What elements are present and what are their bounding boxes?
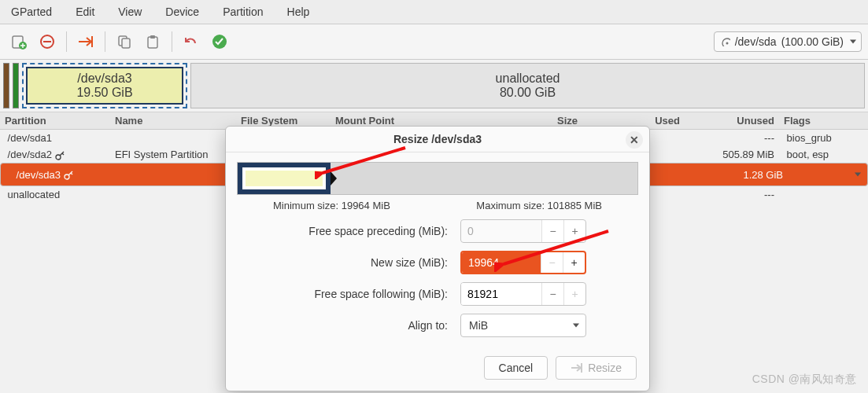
preceding-spinbox[interactable]: − + (460, 219, 586, 243)
preceding-input[interactable] (461, 220, 541, 242)
following-minus[interactable]: − (541, 283, 563, 305)
newsize-label: New size (MiB): (289, 256, 460, 269)
align-value: MiB (469, 319, 488, 332)
newsize-spinbox[interactable]: − + (460, 251, 586, 274)
following-spinbox[interactable]: − + (460, 282, 586, 306)
resize-visual-band[interactable] (237, 162, 638, 195)
resize-dialog: Resize /dev/sda3 ✕ Minimum size: 19964 M… (225, 126, 650, 391)
preceding-label: Free space preceding (MiB): (289, 225, 460, 237)
align-select[interactable]: MiB (460, 314, 586, 337)
max-size-label: Maximum size: 101885 MiB (476, 200, 602, 211)
resize-confirm-button[interactable]: Resize (556, 356, 637, 380)
preceding-plus: + (563, 220, 585, 242)
dialog-title: Resize /dev/sda3 (393, 133, 482, 145)
following-plus: + (563, 283, 585, 305)
newsize-minus[interactable]: − (541, 252, 563, 273)
newsize-plus[interactable]: + (563, 252, 585, 273)
cancel-button[interactable]: Cancel (484, 356, 549, 380)
following-label: Free space following (MiB): (289, 288, 460, 300)
resize-icon (571, 362, 583, 373)
following-input[interactable] (461, 283, 541, 305)
preceding-minus: − (541, 220, 563, 242)
align-label: Align to: (289, 319, 460, 332)
resize-handle[interactable] (331, 163, 338, 194)
min-size-label: Minimum size: 19964 MiB (273, 200, 390, 211)
close-icon: ✕ (630, 134, 639, 146)
watermark: CSDN @南风知奇意 (752, 373, 857, 387)
dialog-close-button[interactable]: ✕ (626, 131, 643, 149)
resize-current-block[interactable] (238, 163, 331, 194)
newsize-input[interactable] (462, 252, 541, 273)
